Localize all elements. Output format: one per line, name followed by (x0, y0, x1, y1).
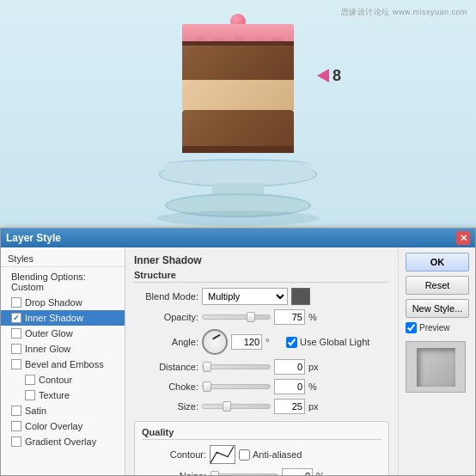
contour-field-label: Contour: (142, 449, 206, 460)
arrow-icon (317, 69, 329, 82)
gradient-overlay-label: Gradient Overlay (25, 436, 96, 447)
annotation-number: 8 (333, 67, 341, 85)
distance-input[interactable] (274, 359, 305, 375)
distance-label: Distance: (134, 362, 198, 372)
satin-checkbox[interactable] (11, 406, 21, 416)
section-title: Inner Shadow (134, 254, 389, 266)
anti-alias-checkbox[interactable] (239, 449, 250, 461)
preview-box (406, 341, 466, 393)
contour-checkbox[interactable] (25, 375, 35, 385)
sidebar-item-inner-shadow[interactable]: ✓ Inner Shadow (1, 310, 125, 326)
outer-glow-label: Outer Glow (25, 328, 73, 339)
close-button[interactable]: ✕ (456, 231, 470, 245)
watermark-text: 思缘设计论坛 www.missyuan.com (341, 7, 467, 18)
preview-row: Preview (406, 322, 468, 333)
gradient-overlay-checkbox[interactable] (11, 436, 21, 447)
preview-inner (417, 348, 455, 387)
opacity-row: Opacity: % (134, 309, 389, 325)
drop-shadow-label: Drop Shadow (25, 297, 82, 308)
bevel-emboss-label: Bevel and Emboss (25, 359, 104, 369)
choke-input[interactable] (274, 379, 305, 394)
blend-mode-select[interactable]: Multiply (202, 288, 288, 305)
layer-style-dialog: Layer Style ✕ Styles Blending Options: C… (0, 228, 476, 476)
sidebar-item-bevel-emboss[interactable]: Bevel and Emboss (1, 357, 125, 372)
inner-shadow-label: Inner Shadow (25, 313, 83, 323)
cake-layer-middle (182, 80, 294, 110)
choke-label: Choke: (134, 381, 198, 392)
size-input[interactable] (274, 399, 305, 414)
preview-label: Preview (419, 323, 450, 333)
global-light-checkbox[interactable] (286, 337, 297, 348)
color-overlay-label: Color Overlay (25, 421, 82, 431)
size-label: Size: (134, 401, 198, 412)
sidebar-item-gradient-overlay[interactable]: Gradient Overlay (1, 434, 125, 449)
right-panel: OK Reset New Style... Preview (398, 247, 475, 475)
cake-frosting (182, 24, 294, 41)
sidebar-item-inner-glow[interactable]: Inner Glow (1, 341, 125, 357)
size-row: Size: px (134, 399, 389, 414)
cake-layer-bottom (182, 110, 294, 153)
structure-title: Structure (134, 270, 389, 283)
dialog-title: Layer Style (6, 232, 61, 244)
blend-mode-row: Blend Mode: Multiply (134, 288, 389, 305)
global-light-row: Use Global Light (286, 337, 369, 348)
angle-dial[interactable] (202, 329, 228, 355)
opacity-input[interactable] (274, 309, 305, 325)
angle-input[interactable] (231, 334, 262, 350)
size-slider[interactable] (202, 404, 271, 409)
noise-slider[interactable] (210, 473, 278, 475)
inner-glow-label: Inner Glow (25, 344, 70, 354)
canvas-area: 思缘设计论坛 www.missyuan.com 8 (0, 0, 476, 228)
cake-layer-top (182, 41, 294, 80)
choke-slider[interactable] (202, 384, 271, 389)
opacity-label: Opacity: (134, 312, 198, 322)
bevel-emboss-checkbox[interactable] (11, 359, 21, 369)
contour-row: Contour: Anti-aliased (142, 445, 381, 464)
size-unit: px (308, 401, 326, 412)
sidebar-item-blending[interactable]: Blending Options: Custom (1, 269, 125, 295)
blending-options-label: Blending Options: Custom (11, 272, 118, 292)
inner-glow-checkbox[interactable] (11, 344, 21, 354)
dialog-titlebar: Layer Style ✕ (1, 229, 475, 247)
cake-plate-shadow (156, 211, 320, 226)
anti-alias-label: Anti-aliased (253, 449, 302, 460)
new-style-button[interactable]: New Style... (406, 299, 469, 318)
sidebar-item-texture[interactable]: Texture (1, 388, 125, 403)
preview-checkbox[interactable] (406, 322, 417, 333)
sidebar-item-satin[interactable]: Satin (1, 403, 125, 418)
distance-unit: px (308, 362, 326, 372)
satin-label: Satin (25, 406, 46, 416)
sidebar-item-drop-shadow[interactable]: Drop Shadow (1, 295, 125, 310)
sidebar-item-color-overlay[interactable]: Color Overlay (1, 418, 125, 434)
choke-row: Choke: % (134, 379, 389, 394)
noise-row: Noise: % (142, 468, 381, 475)
color-overlay-checkbox[interactable] (11, 421, 21, 431)
angle-indicator (212, 334, 221, 340)
angle-unit: ° (265, 337, 283, 347)
contour-preview[interactable] (210, 445, 235, 464)
annotation-8: 8 (317, 67, 341, 85)
sidebar-item-contour[interactable]: Contour (1, 372, 125, 388)
reset-button[interactable]: Reset (406, 276, 469, 295)
anti-alias-row: Anti-aliased (239, 449, 302, 461)
sidebar-item-outer-glow[interactable]: Outer Glow (1, 326, 125, 341)
noise-input[interactable] (282, 468, 313, 475)
distance-slider[interactable] (202, 364, 271, 369)
middle-panel: Inner Shadow Structure Blend Mode: Multi… (125, 247, 398, 475)
inner-shadow-checkbox[interactable]: ✓ (11, 313, 21, 323)
noise-unit: % (316, 471, 333, 475)
left-panel: Styles Blending Options: Custom Drop Sha… (1, 247, 125, 475)
drop-shadow-checkbox[interactable] (11, 297, 21, 308)
blend-color-swatch[interactable] (291, 288, 310, 305)
angle-row: Angle: ° Use Global Light (134, 329, 389, 355)
texture-label: Texture (39, 390, 70, 400)
dialog-body: Styles Blending Options: Custom Drop Sha… (1, 247, 475, 475)
opacity-slider[interactable] (202, 314, 271, 320)
angle-label: Angle: (134, 337, 198, 347)
contour-label: Contour (39, 375, 72, 385)
ok-button[interactable]: OK (406, 253, 469, 272)
global-light-label: Use Global Light (300, 337, 369, 347)
distance-row: Distance: px (134, 359, 389, 375)
texture-checkbox[interactable] (25, 390, 35, 400)
outer-glow-checkbox[interactable] (11, 328, 21, 339)
